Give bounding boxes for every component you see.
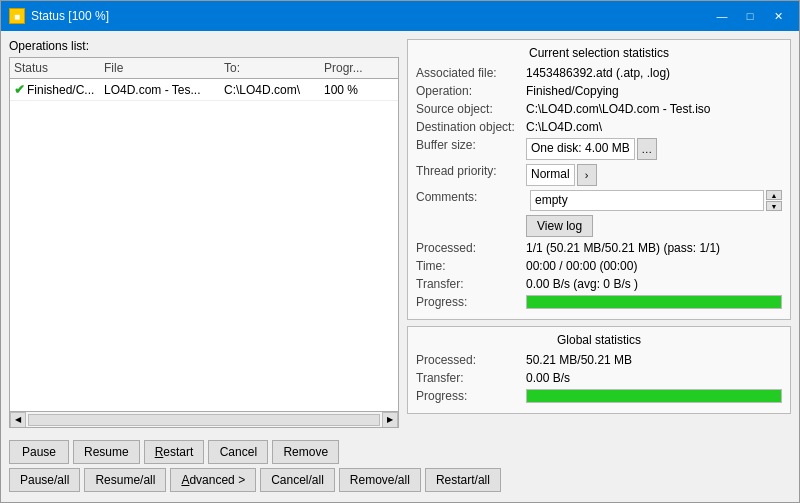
restart-underline: R (155, 445, 164, 459)
associated-file-label: Associated file: (416, 66, 526, 80)
horizontal-scrollbar[interactable]: ◀ ▶ (10, 411, 398, 427)
global-transfer-value: 0.00 B/s (526, 371, 782, 385)
maximize-button[interactable]: □ (737, 7, 763, 25)
col-progress: Progr... (324, 61, 394, 75)
time-row: Time: 00:00 / 00:00 (00:00) (416, 259, 782, 273)
global-stats-title: Global statistics (416, 333, 782, 347)
table-body: ✔ Finished/C... LO4D.com - Tes... C:\LO4… (10, 79, 398, 411)
row-status-text: Finished/C... (27, 83, 94, 97)
transfer-label: Transfer: (416, 277, 526, 291)
buffer-size-label: Buffer size: (416, 138, 526, 152)
scroll-track[interactable] (28, 414, 380, 426)
button-row-1: Pause Resume Restart Cancel Remove (9, 440, 791, 464)
table-row[interactable]: ✔ Finished/C... LO4D.com - Tes... C:\LO4… (10, 79, 398, 101)
thread-priority-value: Normal (526, 164, 575, 186)
processed-row: Processed: 1/1 (50.21 MB/50.21 MB) (pass… (416, 241, 782, 255)
global-progress-label: Progress: (416, 389, 526, 403)
scroll-right-btn[interactable]: ▶ (382, 412, 398, 428)
pause-all-button[interactable]: Pause/all (9, 468, 80, 492)
operation-row: Operation: Finished/Copying (416, 84, 782, 98)
row-to: C:\LO4D.com\ (224, 83, 324, 97)
bottom-buttons: Pause Resume Restart Cancel Remove Pause… (1, 436, 799, 502)
row-status: ✔ Finished/C... (14, 82, 104, 97)
transfer-row: Transfer: 0.00 B/s (avg: 0 B/s ) (416, 277, 782, 291)
global-processed-label: Processed: (416, 353, 526, 367)
window-title: Status [100 %] (31, 9, 109, 23)
comments-scroll-up-btn[interactable]: ▲ (766, 190, 782, 200)
cancel-all-button[interactable]: Cancel/all (260, 468, 335, 492)
operation-label: Operation: (416, 84, 526, 98)
title-bar-controls: — □ ✕ (709, 7, 791, 25)
associated-file-row: Associated file: 1453486392.atd (.atp, .… (416, 66, 782, 80)
title-bar: ■ Status [100 %] — □ ✕ (1, 1, 799, 31)
checkmark-icon: ✔ (14, 82, 25, 97)
comments-area: empty ▲ ▼ (530, 190, 782, 211)
time-label: Time: (416, 259, 526, 273)
global-progress-row: Progress: (416, 389, 782, 403)
global-progress-bar-container (526, 389, 782, 403)
comments-label: Comments: (416, 190, 526, 204)
current-stats-section: Current selection statistics Associated … (407, 39, 791, 320)
row-file: LO4D.com - Tes... (104, 83, 224, 97)
global-processed-row: Processed: 50.21 MB/50.21 MB (416, 353, 782, 367)
main-window: ■ Status [100 %] — □ ✕ Operations list: … (0, 0, 800, 503)
cancel-button[interactable]: Cancel (208, 440, 268, 464)
comments-row: Comments: empty ▲ ▼ View log (416, 190, 782, 237)
scroll-left-btn[interactable]: ◀ (10, 412, 26, 428)
restart-all-button[interactable]: Restart/all (425, 468, 501, 492)
col-to: To: (224, 61, 324, 75)
thread-priority-box: Normal › (526, 164, 597, 186)
global-transfer-label: Transfer: (416, 371, 526, 385)
source-object-row: Source object: C:\LO4D.com\LO4D.com - Te… (416, 102, 782, 116)
right-panel: Current selection statistics Associated … (407, 39, 791, 428)
progress-bar-container (526, 295, 782, 309)
ops-label: Operations list: (9, 39, 399, 53)
global-progress-bar-fill (527, 390, 781, 402)
processed-label: Processed: (416, 241, 526, 255)
advanced-button[interactable]: Advanced > (170, 468, 256, 492)
col-file: File (104, 61, 224, 75)
comments-scroll-btns: ▲ ▼ (766, 190, 782, 211)
remove-all-button[interactable]: Remove/all (339, 468, 421, 492)
pause-button[interactable]: Pause (9, 440, 69, 464)
restart-button[interactable]: Restart (144, 440, 205, 464)
buffer-size-value: One disk: 4.00 MB (526, 138, 635, 160)
ops-table: Status File To: Progr... ✔ Finished/C...… (9, 57, 399, 428)
destination-object-row: Destination object: C:\LO4D.com\ (416, 120, 782, 134)
comments-scroll-down-btn[interactable]: ▼ (766, 201, 782, 211)
progress-row: Progress: (416, 295, 782, 309)
left-panel: Operations list: Status File To: Progr..… (9, 39, 399, 428)
global-processed-value: 50.21 MB/50.21 MB (526, 353, 782, 367)
associated-file-value: 1453486392.atd (.atp, .log) (526, 66, 782, 80)
global-transfer-row: Transfer: 0.00 B/s (416, 371, 782, 385)
resume-all-button[interactable]: Resume/all (84, 468, 166, 492)
source-object-value: C:\LO4D.com\LO4D.com - Test.iso (526, 102, 782, 116)
remove-button[interactable]: Remove (272, 440, 339, 464)
buffer-size-row: Buffer size: One disk: 4.00 MB … (416, 138, 782, 160)
advanced-underline: A (181, 473, 189, 487)
resume-button[interactable]: Resume (73, 440, 140, 464)
source-object-label: Source object: (416, 102, 526, 116)
close-button[interactable]: ✕ (765, 7, 791, 25)
row-progress: 100 % (324, 83, 394, 97)
buffer-size-box: One disk: 4.00 MB … (526, 138, 657, 160)
destination-object-label: Destination object: (416, 120, 526, 134)
buffer-size-btn[interactable]: … (637, 138, 657, 160)
processed-value: 1/1 (50.21 MB/50.21 MB) (pass: 1/1) (526, 241, 782, 255)
table-header: Status File To: Progr... (10, 58, 398, 79)
global-stats-section: Global statistics Processed: 50.21 MB/50… (407, 326, 791, 414)
col-status: Status (14, 61, 104, 75)
minimize-button[interactable]: — (709, 7, 735, 25)
app-icon: ■ (9, 8, 25, 24)
progress-label: Progress: (416, 295, 526, 309)
operation-value: Finished/Copying (526, 84, 782, 98)
thread-priority-row: Thread priority: Normal › (416, 164, 782, 186)
time-value: 00:00 / 00:00 (00:00) (526, 259, 782, 273)
progress-bar-fill (527, 296, 781, 308)
thread-priority-label: Thread priority: (416, 164, 526, 178)
destination-object-value: C:\LO4D.com\ (526, 120, 782, 134)
thread-priority-btn[interactable]: › (577, 164, 597, 186)
title-bar-left: ■ Status [100 %] (9, 8, 109, 24)
view-log-button[interactable]: View log (526, 215, 593, 237)
button-row-2: Pause/all Resume/all Advanced > Cancel/a… (9, 468, 791, 492)
